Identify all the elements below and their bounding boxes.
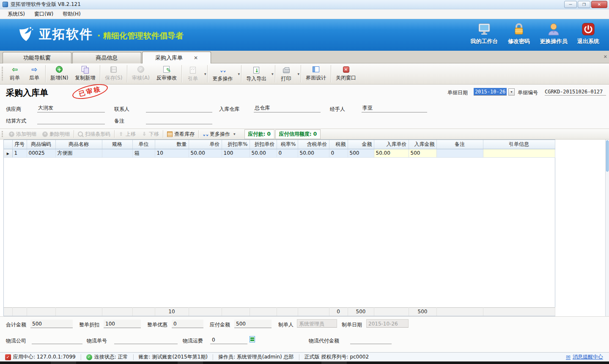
close-window-button[interactable]: 关闭窗口 <box>332 63 359 84</box>
col-header[interactable]: 含税单价 <box>298 140 329 149</box>
switch-operator-button[interactable]: 更换操作员 <box>536 22 571 49</box>
remark-field[interactable] <box>146 116 212 124</box>
logistics-prepaid-field[interactable] <box>350 336 392 344</box>
save-floppy-icon <box>110 66 117 73</box>
settlement-label: 结算方式 <box>6 118 26 125</box>
restore-button[interactable] <box>578 1 590 8</box>
cell[interactable]: 10 <box>155 149 189 157</box>
message-center-link[interactable]: 消息提醒中心 <box>566 353 609 361</box>
total-amount-field[interactable]: 500 <box>30 320 73 328</box>
cell[interactable]: 50.00 <box>374 149 409 157</box>
logistics-company-label: 物流公司 <box>6 337 26 345</box>
supplier-field[interactable]: 大润发 <box>37 104 105 112</box>
col-header[interactable]: 单价 <box>189 140 222 149</box>
dropdown-caret-icon[interactable] <box>272 72 274 76</box>
col-header[interactable]: 引单信息 <box>483 140 555 149</box>
col-header[interactable]: 备注 <box>436 140 483 149</box>
cell[interactable]: 50.00 <box>189 149 222 157</box>
cell[interactable]: 00025 <box>27 149 55 157</box>
col-header[interactable]: 入库单价 <box>374 140 409 149</box>
next-doc-button[interactable]: 后单 <box>25 63 44 84</box>
menu-window[interactable]: 窗口(W) <box>30 9 58 19</box>
cell[interactable]: 500 <box>409 149 436 157</box>
exit-system-button[interactable]: 退出系统 <box>571 22 606 49</box>
payable-amount-field[interactable]: 500 <box>234 320 272 328</box>
logistics-no-label: 物流单号 <box>87 337 107 345</box>
change-password-button[interactable]: 修改密码 <box>502 22 536 49</box>
menu-system[interactable]: 系统(S) <box>3 9 29 19</box>
tab-close-icon[interactable] <box>194 55 198 61</box>
print-button[interactable]: 打印 <box>277 64 296 84</box>
grid-table: 序号 商品编码 商品名称 规格 单位 数量 单价 折扣率% 折扣单价 税率% 含… <box>4 140 555 158</box>
dropdown-caret-icon[interactable] <box>204 72 206 76</box>
tab-function-nav[interactable]: 功能导航窗 <box>3 52 71 63</box>
detail-more-actions-button[interactable]: 更多操作 <box>200 130 239 139</box>
col-header[interactable]: 折扣单价 <box>250 140 277 149</box>
col-header[interactable]: 商品名称 <box>55 140 102 149</box>
doc-discount-field[interactable]: 100 <box>104 320 141 328</box>
cell[interactable]: 0 <box>329 149 348 157</box>
col-header[interactable]: 序号 <box>12 140 27 149</box>
ui-design-icon <box>313 66 319 72</box>
col-header[interactable]: 税额 <box>329 140 348 149</box>
col-header[interactable]: 入库金额 <box>409 140 436 149</box>
totals-cell <box>250 307 277 316</box>
freight-detail-list-icon[interactable] <box>250 336 255 342</box>
dropdown-caret-icon[interactable] <box>238 72 240 76</box>
tab-product-info[interactable]: 商品信息 <box>72 52 141 63</box>
handler-field[interactable]: 李亚 <box>362 104 427 112</box>
col-header[interactable]: 金额 <box>348 140 374 149</box>
grid-header-row: 序号 商品编码 商品名称 规格 单位 数量 单价 折扣率% 折扣单价 税率% 含… <box>4 140 555 149</box>
unapprove-edit-button[interactable]: 反审修改 <box>153 63 180 84</box>
col-header[interactable]: 折扣率% <box>222 140 250 149</box>
cell[interactable]: 箱 <box>132 149 155 157</box>
col-header[interactable]: 单位 <box>132 140 155 149</box>
remark-label: 备注 <box>114 118 124 125</box>
workbench-button[interactable]: 我的工作台 <box>467 22 502 49</box>
cell[interactable]: 100 <box>222 149 250 157</box>
reference-doc-button[interactable]: 引单 <box>183 64 203 84</box>
cell[interactable] <box>102 149 132 157</box>
logistics-no-field[interactable] <box>114 336 178 344</box>
minimize-button[interactable] <box>564 1 577 8</box>
cell[interactable]: 0 <box>277 149 298 157</box>
close-button[interactable] <box>591 1 607 8</box>
view-stock-button[interactable]: 查看库存 <box>164 130 198 139</box>
doc-rebate-field[interactable]: 0 <box>172 320 203 328</box>
settlement-field[interactable] <box>37 116 105 124</box>
more-actions-button[interactable]: 更多操作 <box>209 64 236 84</box>
cell[interactable]: 50.00 <box>250 149 277 157</box>
menu-help[interactable]: 帮助(H) <box>58 9 85 19</box>
scrollbar-thumb[interactable] <box>606 140 609 172</box>
logistics-company-field[interactable] <box>32 336 82 344</box>
tab-label: 功能导航窗 <box>23 54 51 62</box>
cell[interactable]: 方便面 <box>55 149 102 157</box>
col-header[interactable]: 数量 <box>155 140 189 149</box>
ui-design-button[interactable]: 界面设计 <box>302 63 329 84</box>
cell[interactable]: 500 <box>348 149 374 157</box>
col-header[interactable]: 商品编码 <box>27 140 55 149</box>
doc-date-field[interactable]: 2015-10-26 <box>474 88 507 96</box>
cell[interactable] <box>436 149 483 157</box>
doc-date-dropdown-icon[interactable] <box>508 88 515 96</box>
doc-no-field[interactable]: CGRKD-20151026-0127 <box>545 88 606 96</box>
cell[interactable] <box>483 149 555 157</box>
grid-data-row: 1 00025 方便面 箱 10 50.00 100 50.00 0 50.00… <box>4 149 555 157</box>
add-new-button[interactable]: 新增(N) <box>47 63 71 84</box>
cell[interactable]: 1 <box>12 149 27 157</box>
freight-field[interactable]: 0 <box>210 336 247 344</box>
warehouse-field[interactable]: 总仓库 <box>254 104 321 112</box>
tab-purchase-receipt[interactable]: 采购入库单 <box>142 52 211 63</box>
move-down-icon <box>142 131 147 137</box>
import-export-button[interactable]: 导入导出 <box>243 64 270 84</box>
col-header[interactable]: 税率% <box>277 140 298 149</box>
tabbar-close-icon[interactable] <box>604 54 607 60</box>
grid-vertical-scrollbar[interactable] <box>605 140 609 316</box>
prev-doc-button[interactable]: 前单 <box>5 63 25 84</box>
totals-cell <box>277 307 298 316</box>
dropdown-caret-icon[interactable] <box>298 72 300 76</box>
contact-field[interactable] <box>146 104 212 112</box>
cell[interactable]: 50.00 <box>298 149 329 157</box>
col-header[interactable]: 规格 <box>102 140 132 149</box>
copy-new-button[interactable]: 复制新增 <box>71 63 99 84</box>
